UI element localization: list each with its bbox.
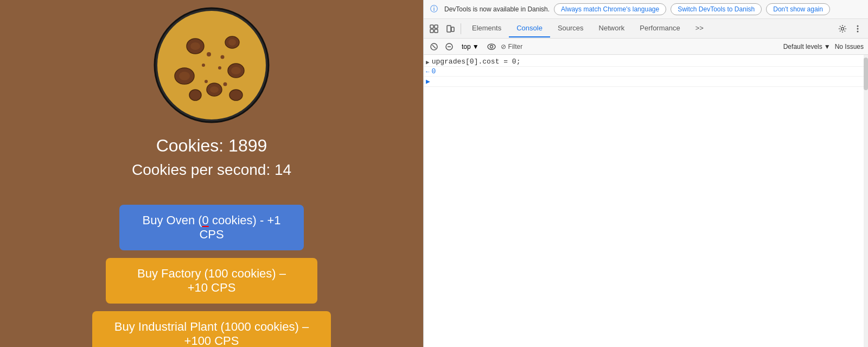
svg-line-31	[432, 45, 436, 48]
console-toolbar: top ▼ ⊘ Filter Default levels ▼ No Issue…	[424, 39, 868, 55]
console-toolbar-end: Default levels ▼ No Issues	[783, 43, 864, 51]
svg-point-27	[857, 25, 859, 27]
cookies-count: Cookies: 1899	[156, 136, 267, 156]
top-label: top	[462, 43, 471, 51]
buy-industrial-button[interactable]: Buy Industrial Plant (1000 cookies) – +1…	[92, 311, 331, 347]
tab-more[interactable]: >>	[688, 20, 711, 37]
svg-point-13	[210, 86, 219, 93]
dropdown-arrow-icon: ▼	[473, 43, 479, 51]
svg-rect-20	[430, 25, 433, 28]
notification-text: DevTools is now available in Danish.	[444, 5, 550, 13]
show-messages-icon[interactable]	[486, 41, 497, 53]
expand-icon[interactable]: ▶	[426, 58, 430, 66]
console-input-cursor[interactable]	[430, 77, 435, 85]
console-filter-area: ⊘ Filter	[501, 43, 780, 51]
svg-point-15	[221, 55, 225, 59]
svg-point-28	[857, 28, 859, 29]
tab-elements[interactable]: Elements	[464, 20, 509, 37]
console-line-input: ▶ upgrades[0].cost = 0;	[424, 57, 868, 67]
filter-label: Filter	[508, 43, 523, 51]
svg-point-12	[231, 67, 241, 74]
devtools-panel: ⓘ DevTools is now available in Danish. A…	[423, 0, 868, 347]
svg-point-9	[190, 42, 200, 50]
svg-rect-24	[447, 26, 451, 32]
filter-out-icon[interactable]	[443, 41, 455, 53]
toolbar-separator	[461, 23, 461, 34]
svg-point-1	[157, 11, 266, 119]
devtools-main-toolbar: Elements Console Sources Network Perform…	[424, 19, 868, 39]
device-toolbar-icon[interactable]	[443, 22, 457, 36]
console-return-value: 0	[432, 67, 436, 75]
tab-sources[interactable]: Sources	[550, 20, 591, 37]
svg-point-16	[202, 64, 205, 67]
scrollbar-thumb[interactable]	[864, 58, 868, 90]
svg-point-8	[229, 90, 242, 100]
devtools-notification-bar: ⓘ DevTools is now available in Danish. A…	[424, 0, 868, 19]
svg-rect-22	[430, 29, 433, 33]
svg-rect-23	[435, 29, 438, 33]
context-selector[interactable]: top ▼	[458, 42, 482, 52]
svg-point-34	[488, 44, 495, 49]
svg-point-17	[224, 83, 227, 86]
more-options-icon[interactable]	[851, 22, 865, 36]
console-code: upgrades[0].cost = 0;	[432, 58, 521, 66]
inspect-icon[interactable]	[427, 22, 441, 36]
info-icon: ⓘ	[430, 4, 438, 14]
svg-point-35	[490, 45, 493, 48]
cookies-per-second: Cookies per second: 14	[132, 161, 291, 179]
svg-point-26	[841, 27, 844, 30]
svg-rect-21	[435, 25, 438, 28]
default-levels-selector[interactable]: Default levels ▼	[783, 43, 831, 51]
tab-console[interactable]: Console	[509, 20, 550, 37]
output-arrow-icon: ←	[426, 67, 430, 75]
buy-factory-button[interactable]: Buy Factory (100 cookies) – +10 CPS	[106, 258, 317, 304]
svg-point-10	[228, 39, 236, 46]
oven-cost: 0	[202, 213, 209, 227]
devtools-tabs: Elements Console Sources Network Perform…	[464, 20, 833, 37]
devtools-end-icons	[835, 22, 865, 36]
console-line-output: ← 0	[424, 67, 868, 77]
console-output: ▶ upgrades[0].cost = 0; ← 0 ▶	[424, 55, 868, 347]
svg-point-18	[205, 80, 208, 83]
clear-console-icon[interactable]	[428, 41, 440, 53]
buy-oven-button[interactable]: Buy Oven (0 cookies) - +1 CPS	[119, 205, 304, 250]
console-prompt-line[interactable]: ▶	[424, 77, 868, 87]
switch-danish-btn[interactable]: Switch DevTools to Danish	[671, 3, 762, 15]
tab-performance[interactable]: Performance	[632, 20, 687, 37]
no-issues-label: No Issues	[835, 43, 864, 51]
svg-point-7	[189, 90, 201, 100]
filter-funnel-icon: ⊘	[501, 43, 506, 51]
game-panel: Cookies: 1899 Cookies per second: 14 Buy…	[0, 0, 423, 347]
svg-point-19	[218, 66, 221, 70]
default-levels-arrow-icon: ▼	[824, 43, 831, 51]
settings-icon[interactable]	[835, 22, 850, 36]
scrollbar-track[interactable]	[864, 55, 868, 347]
dont-show-again-btn[interactable]: Don't show again	[766, 3, 830, 15]
svg-point-29	[857, 30, 859, 32]
svg-point-11	[179, 72, 190, 80]
cookie-image[interactable]	[152, 5, 271, 125]
default-levels-label: Default levels	[783, 43, 822, 51]
svg-point-14	[207, 52, 211, 56]
svg-rect-25	[451, 27, 454, 31]
prompt-chevron-icon: ▶	[426, 77, 430, 86]
tab-network[interactable]: Network	[591, 20, 633, 37]
always-match-btn[interactable]: Always match Chrome's language	[554, 3, 666, 15]
